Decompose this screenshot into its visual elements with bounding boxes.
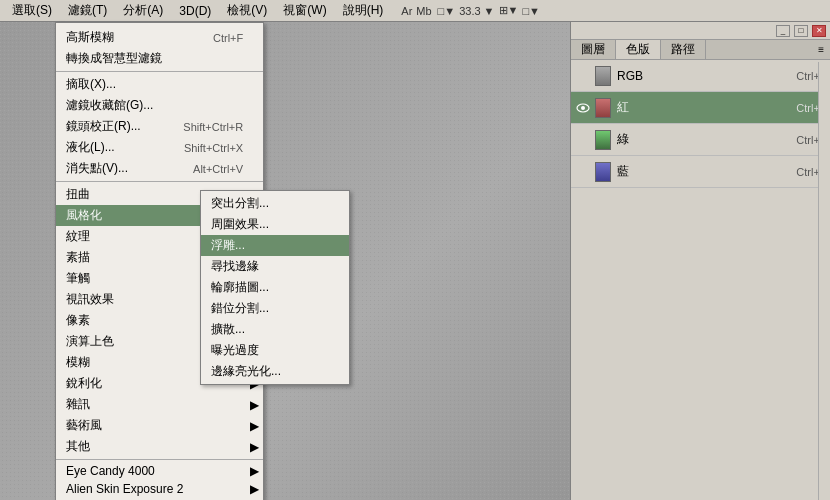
panel-minimize-button[interactable]: _ <box>776 25 790 37</box>
channel-row-red[interactable]: 紅 Ctrl+3 <box>571 92 830 124</box>
submenu-diffuse[interactable]: 擴散... <box>201 319 349 340</box>
submenu-trace-contour[interactable]: 輪廓描圖... <box>201 277 349 298</box>
submenu-find-edges[interactable]: 尋找邊緣 <box>201 256 349 277</box>
submenu-arrow: ▶ <box>250 419 259 433</box>
channel-swatch-green <box>595 130 611 150</box>
channel-visibility-blue[interactable] <box>575 164 591 180</box>
panel-restore-button[interactable]: □ <box>794 25 808 37</box>
filter-vanishing-point[interactable]: 消失點(V)... Alt+Ctrl+V <box>56 158 263 179</box>
tab-channels[interactable]: 色版 <box>616 40 661 59</box>
filter-lens-correction[interactable]: 鏡頭校正(R)... Shift+Ctrl+R <box>56 116 263 137</box>
filter-other[interactable]: 其他 ▶ <box>56 436 263 457</box>
filter-extract[interactable]: 摘取(X)... <box>56 74 263 95</box>
channel-name-green: 綠 <box>617 131 796 148</box>
channel-visibility-rgb[interactable] <box>575 68 591 84</box>
panel-tabs-bar: 圖層 色版 路徑 ≡ <box>571 40 830 60</box>
menu-view[interactable]: 檢視(V) <box>219 0 275 21</box>
filter-menu-section-1: 高斯模糊 Ctrl+F 轉換成智慧型濾鏡 <box>56 25 263 72</box>
channel-swatch-red <box>595 98 611 118</box>
channel-visibility-green[interactable] <box>575 132 591 148</box>
menu-analyze[interactable]: 分析(A) <box>115 0 171 21</box>
channel-row-rgb[interactable]: RGB Ctrl+2 <box>571 60 830 92</box>
menu-3d[interactable]: 3D(D) <box>171 2 219 20</box>
submenu-overexpose[interactable]: 曝光過度 <box>201 340 349 361</box>
submenu-arrow: ▶ <box>250 464 259 478</box>
filter-noise[interactable]: 雜訊 ▶ <box>56 394 263 415</box>
channel-name-rgb: RGB <box>617 69 796 83</box>
layers-scrollbar[interactable] <box>818 62 830 500</box>
panel-title-buttons: _ □ ✕ <box>774 25 826 37</box>
filter-menu-section-4: Eye Candy 4000 ▶ Alien Skin Exposure 2 ▶… <box>56 460 263 500</box>
channel-swatch-blue <box>595 162 611 182</box>
channel-row-blue[interactable]: 藍 Ctrl+5 <box>571 156 830 188</box>
submenu-arrow: ▶ <box>250 440 259 454</box>
channel-row-green[interactable]: 綠 Ctrl+4 <box>571 124 830 156</box>
panel-title-bar: _ □ ✕ <box>571 22 830 40</box>
channel-swatch-rgb <box>595 66 611 86</box>
svg-point-1 <box>581 106 585 110</box>
layers-panel: _ □ ✕ 圖層 色版 路徑 ≡ RGB Ctrl+2 <box>570 22 830 500</box>
filter-gallery[interactable]: 濾鏡收藏館(G)... <box>56 95 263 116</box>
filter-gaussian-blur[interactable]: 高斯模糊 Ctrl+F <box>56 27 263 48</box>
channel-visibility-red[interactable] <box>575 100 591 116</box>
filter-eye-candy-4000[interactable]: Eye Candy 4000 ▶ <box>56 462 263 480</box>
filter-menu-section-2: 摘取(X)... 濾鏡收藏館(G)... 鏡頭校正(R)... Shift+Ct… <box>56 72 263 182</box>
menu-filter[interactable]: 濾鏡(T) <box>60 0 115 21</box>
menu-window[interactable]: 視窗(W) <box>275 0 334 21</box>
submenu-protrude[interactable]: 突出分割... <box>201 193 349 214</box>
channel-name-red: 紅 <box>617 99 796 116</box>
submenu-emboss[interactable]: 浮雕... <box>201 235 349 256</box>
submenu-surround[interactable]: 周圍效果... <box>201 214 349 235</box>
panel-menu-button[interactable]: ≡ <box>812 40 830 59</box>
submenu-glowing-edges[interactable]: 邊緣亮光化... <box>201 361 349 382</box>
channel-name-blue: 藍 <box>617 163 796 180</box>
tab-layers[interactable]: 圖層 <box>571 40 616 59</box>
stylize-submenu: 突出分割... 周圍效果... 浮雕... 尋找邊緣 輪廓描圖... 錯位分割.… <box>200 190 350 385</box>
menu-help[interactable]: 說明(H) <box>335 0 392 21</box>
filter-convert-smart[interactable]: 轉換成智慧型濾鏡 <box>56 48 263 69</box>
tab-paths[interactable]: 路徑 <box>661 40 706 59</box>
submenu-shear[interactable]: 錯位分割... <box>201 298 349 319</box>
menu-select[interactable]: 選取(S) <box>4 0 60 21</box>
menu-bar: 選取(S) 濾鏡(T) 分析(A) 3D(D) 檢視(V) 視窗(W) 說明(H… <box>0 0 830 22</box>
main-area: 高斯模糊 Ctrl+F 轉換成智慧型濾鏡 摘取(X)... 濾鏡收藏館(G)..… <box>0 22 830 500</box>
submenu-arrow: ▶ <box>250 398 259 412</box>
panel-close-button[interactable]: ✕ <box>812 25 826 37</box>
filter-alien-skin-exposure[interactable]: Alien Skin Exposure 2 ▶ <box>56 480 263 498</box>
filter-liquify[interactable]: 液化(L)... Shift+Ctrl+X <box>56 137 263 158</box>
submenu-arrow: ▶ <box>250 482 259 496</box>
filter-art[interactable]: 藝術風 ▶ <box>56 415 263 436</box>
